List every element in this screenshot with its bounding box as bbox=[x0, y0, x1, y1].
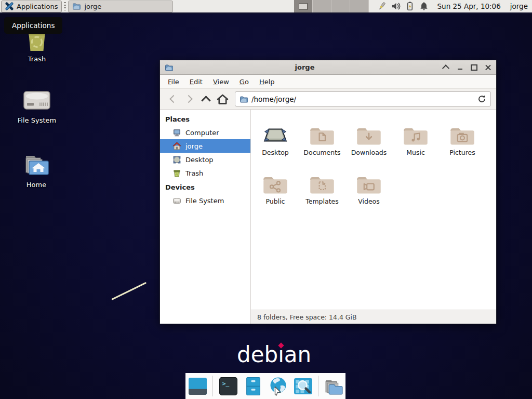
applications-tooltip: Applications bbox=[4, 17, 62, 34]
file-manager-window: jorge FileEditViewGoHelp PlacesComputerj… bbox=[159, 60, 497, 324]
workspace-pager bbox=[294, 0, 369, 12]
dock-launcher-terminal[interactable]: >_ bbox=[218, 376, 238, 396]
file-item-videos[interactable]: Videos bbox=[345, 168, 392, 205]
dock-launcher-file-cabinet[interactable] bbox=[243, 376, 263, 396]
taskbar-item-label: jorge bbox=[84, 3, 101, 10]
panel-handle[interactable] bbox=[64, 2, 66, 10]
dock-launcher-app-finder[interactable] bbox=[293, 376, 313, 396]
applications-menu-button[interactable]: Applications bbox=[1, 1, 62, 12]
back-button[interactable] bbox=[165, 92, 180, 106]
xfce-logo-icon bbox=[5, 2, 14, 10]
workspace-4[interactable] bbox=[350, 0, 369, 12]
toolbar bbox=[160, 89, 496, 110]
menu-help[interactable]: Help bbox=[254, 76, 280, 88]
desktop-icon-label: Home bbox=[26, 181, 46, 189]
dock-launcher-show-desktop[interactable] bbox=[188, 376, 207, 396]
maximize-icon bbox=[471, 64, 477, 71]
desktop-icon-home[interactable]: Home bbox=[14, 154, 59, 189]
dock-launcher-file-manager[interactable] bbox=[324, 376, 343, 396]
reload-button[interactable] bbox=[477, 95, 486, 103]
logo-text: an bbox=[284, 342, 311, 367]
debian-logo: debıan bbox=[237, 343, 311, 367]
menu-edit[interactable]: Edit bbox=[184, 76, 208, 88]
close-icon bbox=[485, 64, 491, 70]
home-icon bbox=[172, 142, 181, 151]
file-item-downloads[interactable]: Downloads bbox=[345, 119, 392, 156]
close-button[interactable] bbox=[484, 63, 491, 72]
applications-menu-label: Applications bbox=[17, 3, 58, 10]
statusbar: 8 folders, Free space: 14.4 GiB bbox=[251, 310, 496, 324]
desktop-icon-label: File System bbox=[18, 116, 56, 124]
folder-icon bbox=[72, 2, 81, 10]
main-pane: DesktopDocumentsDownloadsMusicPicturesPu… bbox=[251, 110, 496, 324]
workspace-3[interactable] bbox=[331, 0, 350, 12]
folder-video-icon bbox=[355, 168, 382, 195]
sidebar-item-computer[interactable]: Computer bbox=[160, 126, 250, 139]
sidebar-item-label: Computer bbox=[185, 129, 219, 137]
taskbar-item-jorge[interactable]: jorge bbox=[68, 1, 173, 12]
panel-username: jorge bbox=[510, 2, 528, 10]
home-icon bbox=[217, 94, 229, 104]
dock-separator bbox=[212, 376, 213, 396]
menu-view[interactable]: View bbox=[208, 76, 234, 88]
clock[interactable]: Sun 25 Apr, 10:06 bbox=[437, 2, 501, 10]
app-finder-icon bbox=[294, 377, 313, 396]
workspace-1[interactable] bbox=[294, 0, 313, 12]
window-title: jorge bbox=[160, 63, 449, 71]
filesystem-desktop-icon bbox=[22, 87, 51, 113]
menu-file[interactable]: File bbox=[163, 76, 184, 88]
folder-document-icon bbox=[309, 119, 336, 146]
system-tray bbox=[377, 2, 429, 11]
computer-icon bbox=[172, 128, 181, 137]
maximize-button[interactable] bbox=[470, 63, 477, 72]
shade-button[interactable] bbox=[442, 63, 449, 72]
file-item-label: Pictures bbox=[449, 149, 475, 156]
file-item-pictures[interactable]: Pictures bbox=[439, 119, 486, 156]
menubar: FileEditViewGoHelp bbox=[160, 75, 496, 89]
file-item-public[interactable]: Public bbox=[252, 168, 299, 205]
top-panel: Applications jorge Sun 25 Apr, 10:06 jor… bbox=[0, 0, 532, 14]
dock-launcher-web-browser[interactable] bbox=[268, 376, 288, 396]
window-controls bbox=[442, 63, 491, 72]
window-content: PlacesComputerjorgeDesktopTrashDevicesFi… bbox=[160, 110, 496, 324]
workspace-2[interactable] bbox=[313, 0, 331, 12]
file-item-templates[interactable]: Templates bbox=[299, 168, 345, 205]
desktop-icon-file-system[interactable]: File System bbox=[15, 87, 59, 124]
volume-icon[interactable] bbox=[391, 2, 401, 11]
file-item-documents[interactable]: Documents bbox=[299, 119, 345, 156]
battery-icon[interactable] bbox=[405, 2, 415, 11]
file-item-label: Music bbox=[406, 149, 425, 156]
sidebar-item-jorge[interactable]: jorge bbox=[160, 139, 250, 153]
sidebar-item-trash[interactable]: Trash bbox=[160, 166, 250, 180]
bell-icon[interactable] bbox=[419, 2, 429, 11]
shade-icon bbox=[442, 64, 449, 72]
desktop: Applications jorge Sun 25 Apr, 10:06 jor… bbox=[0, 0, 532, 399]
terminal-icon: >_ bbox=[219, 377, 238, 396]
sidebar-item-desktop[interactable]: Desktop bbox=[160, 153, 250, 166]
dock: >_ bbox=[185, 373, 345, 399]
tool-icon[interactable] bbox=[377, 2, 387, 11]
home-button[interactable] bbox=[215, 92, 230, 106]
sidebar-item-file-system[interactable]: File System bbox=[160, 194, 250, 207]
up-icon bbox=[201, 96, 210, 105]
path-folder-icon bbox=[240, 95, 248, 103]
file-manager-icon bbox=[324, 377, 343, 396]
folder-music-icon bbox=[402, 119, 429, 146]
file-item-desktop[interactable]: Desktop bbox=[252, 119, 299, 156]
logo-i: ı bbox=[278, 343, 284, 367]
pathbar[interactable] bbox=[235, 91, 491, 107]
forward-icon bbox=[184, 95, 193, 103]
up-button[interactable] bbox=[198, 92, 213, 106]
file-item-label: Desktop bbox=[262, 149, 289, 156]
logo-text: deb bbox=[237, 342, 278, 367]
file-item-music[interactable]: Music bbox=[392, 119, 439, 156]
minimize-button[interactable] bbox=[456, 63, 463, 72]
forward-button[interactable] bbox=[182, 92, 196, 106]
desktop-trapezoid-icon bbox=[261, 119, 289, 146]
cursor-line bbox=[111, 282, 147, 300]
file-item-label: Downloads bbox=[351, 149, 387, 156]
titlebar[interactable]: jorge bbox=[160, 60, 496, 75]
file-item-label: Templates bbox=[305, 197, 339, 205]
menu-go[interactable]: Go bbox=[234, 76, 254, 88]
path-input[interactable] bbox=[251, 95, 474, 103]
